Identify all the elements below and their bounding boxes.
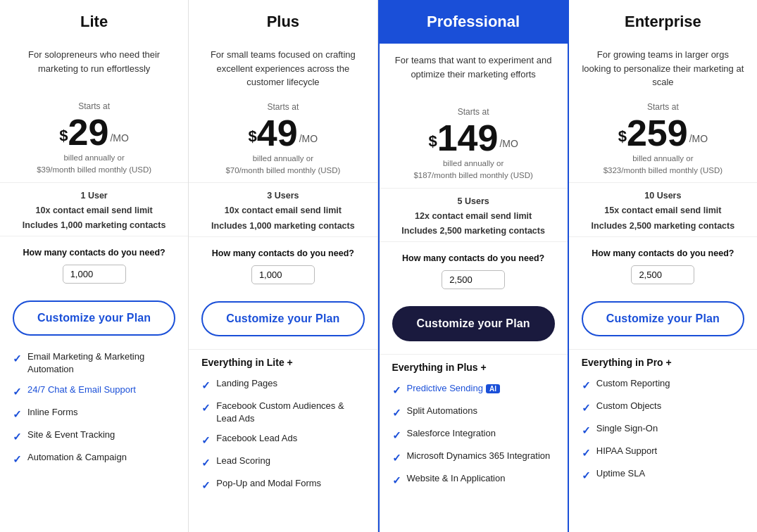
plan-description-enterprise: For growing teams in larger orgs looking…: [569, 38, 757, 95]
plan-name-professional: Professional: [380, 0, 568, 44]
feature-item: ✓Microsoft Dynamics 365 Integration: [392, 446, 555, 469]
price-amount-plus: 49: [257, 115, 298, 151]
feature-text: Website & In Application: [407, 472, 506, 485]
feature-item: ✓Facebook Lead Ads: [201, 429, 364, 451]
starts-at-enterprise: Starts at: [569, 95, 757, 112]
feature-text: Landing Pages: [216, 377, 277, 390]
plan-limits-enterprise: 10 Users15x contact email send limitIncl…: [569, 182, 757, 237]
feature-item: ✓Uptime SLA: [582, 464, 744, 486]
price-dollar-plus: $: [249, 127, 257, 146]
cta-button-enterprise[interactable]: Customize your Plan: [582, 301, 744, 336]
contacts-input-enterprise[interactable]: [631, 265, 694, 284]
plan-col-plus: PlusFor small teams focused on crafting …: [189, 0, 377, 532]
plan-limits-lite: 1 User10x contact email send limitInclud…: [0, 182, 188, 237]
feature-item: ✓HIPAA Support: [582, 441, 744, 464]
everything-in-professional: Everything in Plus +: [380, 355, 568, 379]
check-icon: ✓: [582, 400, 591, 415]
feature-item: ✓Site & Event Tracking: [13, 425, 175, 448]
feature-text: Inline Forms: [27, 406, 78, 419]
check-icon: ✓: [392, 405, 401, 420]
plan-name-lite: Lite: [0, 0, 188, 38]
feature-text: 24/7 Chat & Email Support: [27, 384, 136, 396]
billed-info-enterprise: billed annually or$323/month billed mont…: [569, 153, 757, 183]
check-icon: ✓: [201, 478, 211, 493]
features-list-plus: ✓Landing Pages✓Facebook Custom Audiences…: [189, 374, 377, 503]
price-row-plus: $49/MO: [189, 112, 377, 153]
check-icon: ✓: [13, 429, 22, 444]
check-icon: ✓: [392, 450, 401, 465]
contacts-input-lite[interactable]: [63, 265, 126, 284]
feature-text: Lead Scoring: [216, 455, 270, 467]
contacts-input-plus[interactable]: [251, 265, 315, 284]
plan-name-plus: Plus: [189, 0, 377, 38]
price-dollar-professional: $: [428, 132, 437, 151]
contacts-stepper-plus: [251, 265, 315, 284]
check-icon: ✓: [201, 433, 211, 448]
plan-name-enterprise: Enterprise: [569, 0, 757, 38]
feature-text: Microsoft Dynamics 365 Integration: [407, 450, 551, 462]
billed-info-professional: billed annually or$187/month billed mont…: [380, 158, 568, 188]
contacts-input-professional[interactable]: [442, 270, 505, 289]
check-icon: ✓: [13, 452, 22, 467]
feature-item: ✓Email Marketing & Marketing Automation: [13, 347, 175, 379]
feature-text: HIPAA Support: [596, 445, 657, 457]
price-mo-enterprise: /MO: [689, 133, 708, 144]
price-dollar-lite: $: [59, 127, 68, 145]
price-dollar-enterprise: $: [618, 127, 627, 146]
billed-info-plus: billed annually or$70/month billed month…: [189, 153, 377, 183]
plan-limits-plus: 3 Users10x contact email send limitInclu…: [189, 182, 377, 237]
feature-text: Automation & Campaign: [27, 451, 127, 464]
price-row-lite: $29/MO: [0, 111, 188, 152]
contacts-stepper-lite: [63, 265, 126, 284]
feature-text: Salesforce Integration: [407, 427, 496, 440]
features-list-professional: ✓Predictive SendingAI✓Split Automations✓…: [380, 379, 568, 498]
contacts-stepper-enterprise: [631, 265, 694, 284]
feature-item: ✓Split Automations: [392, 401, 555, 424]
starts-at-professional: Starts at: [380, 100, 568, 117]
feature-item: ✓Facebook Custom Audiences & Lead Ads: [201, 396, 364, 429]
check-icon: ✓: [13, 384, 22, 399]
feature-item: ✓Website & In Application: [392, 469, 555, 491]
features-list-lite: ✓Email Marketing & Marketing Automation✓…: [0, 347, 188, 476]
contacts-question-plus: How many contacts do you need?: [189, 243, 377, 262]
feature-text: Custom Reporting: [596, 377, 670, 390]
feature-link[interactable]: Predictive Sending: [407, 383, 483, 393]
feature-item: ✓Single Sign-On: [582, 419, 744, 441]
check-icon: ✓: [392, 428, 401, 443]
price-mo-lite: /MO: [110, 132, 128, 144]
ai-badge: AI: [486, 384, 500, 393]
feature-text: Email Marketing & Marketing Automation: [27, 350, 175, 376]
everything-in-enterprise: Everything in Pro +: [569, 350, 757, 374]
section-divider-professional: Everything in Plus +: [380, 354, 568, 379]
feature-text: Facebook Custom Audiences & Lead Ads: [216, 400, 364, 425]
feature-item: ✓24/7 Chat & Email Support: [13, 380, 175, 403]
check-icon: ✓: [13, 351, 22, 366]
feature-item: ✓Custom Reporting: [582, 374, 744, 396]
check-icon: ✓: [392, 473, 401, 488]
feature-item: ✓Predictive SendingAI: [392, 379, 555, 401]
feature-link[interactable]: 24/7 Chat & Email Support: [27, 384, 136, 395]
price-mo-professional: /MO: [499, 138, 518, 149]
section-divider-plus: Everything in Lite +: [189, 349, 377, 374]
check-icon: ✓: [582, 378, 591, 393]
check-icon: ✓: [582, 423, 591, 438]
feature-text: Uptime SLA: [596, 467, 645, 480]
check-icon: ✓: [582, 445, 591, 460]
price-mo-plus: /MO: [299, 133, 318, 144]
plan-col-lite: LiteFor solopreneurs who need their mark…: [0, 0, 189, 532]
price-amount-professional: 149: [437, 120, 499, 156]
plans-container: LiteFor solopreneurs who need their mark…: [0, 0, 757, 532]
cta-button-plus[interactable]: Customize your Plan: [201, 301, 364, 336]
plan-col-enterprise: EnterpriseFor growing teams in larger or…: [569, 0, 757, 532]
contacts-question-lite: How many contacts do you need?: [0, 242, 188, 262]
feature-item: ✓Automation & Campaign: [13, 448, 175, 470]
section-divider-enterprise: Everything in Pro +: [569, 349, 757, 374]
check-icon: ✓: [582, 468, 591, 483]
cta-button-professional[interactable]: Customize your Plan: [392, 306, 555, 341]
contacts-question-enterprise: How many contacts do you need?: [569, 243, 757, 262]
cta-button-lite[interactable]: Customize your Plan: [13, 300, 175, 336]
check-icon: ✓: [13, 407, 22, 422]
everything-in-plus: Everything in Lite +: [189, 350, 377, 374]
price-row-professional: $149/MO: [380, 117, 568, 158]
plan-description-professional: For teams that want to experiment and op…: [380, 44, 568, 100]
